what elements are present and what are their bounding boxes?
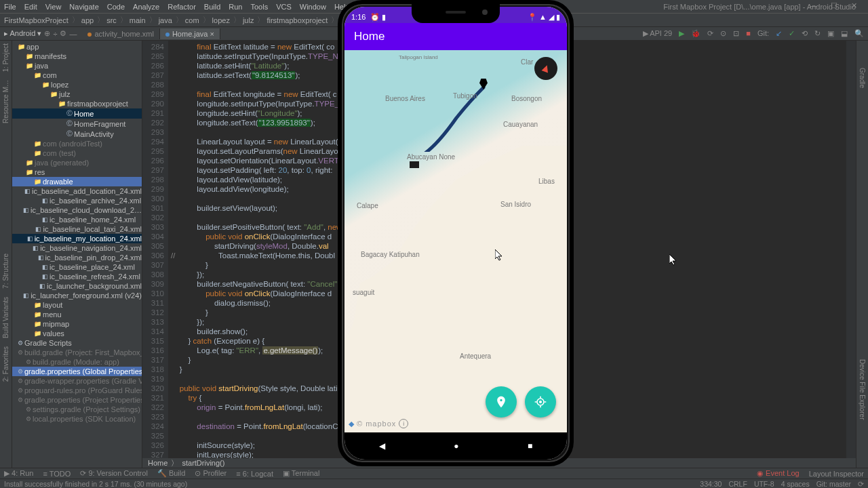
tree-item[interactable]: ◧ ic_baseline_pin_drop_24.xml [12, 253, 142, 262]
tree-item[interactable]: Ⓒ HomeFragment [12, 119, 142, 129]
vcs-revert-icon[interactable]: ↻ [814, 29, 821, 38]
debug-button[interactable]: 🐞 [691, 29, 701, 38]
window-maximize-icon[interactable]: ☐ [831, 1, 837, 10]
tree-item[interactable]: 📁 java [12, 61, 142, 70]
home-button[interactable]: ● [454, 441, 458, 451]
window-minimize-icon[interactable]: — [810, 1, 817, 10]
crumb[interactable]: app [81, 16, 94, 24]
tree-item[interactable]: 📁 com (test) [12, 148, 142, 158]
show-options-icon[interactable]: ÷ [53, 30, 57, 38]
device-file-explorer-button[interactable]: Device File Explorer [859, 359, 866, 420]
tree-item[interactable]: ⚙ Gradle Scripts [12, 338, 142, 348]
vcs-commit-icon[interactable]: ✓ [789, 29, 795, 38]
sync-icon[interactable]: ⟳ [858, 480, 864, 488]
tree-item[interactable]: ⚙ gradle.properties (Global Properties) [12, 367, 142, 376]
todo-tool-tab[interactable]: ≡ TODO [43, 470, 71, 478]
tree-item[interactable]: 📁 app [12, 42, 142, 52]
line-ending[interactable]: CRLF [728, 480, 747, 488]
tree-item[interactable]: ⚙ build.gradle (Module: app) [12, 357, 142, 367]
map-attribution[interactable]: ◆© mapbox i [349, 419, 408, 428]
device-selector[interactable]: ▶ API 29 [643, 29, 672, 38]
crumb[interactable]: java [159, 16, 172, 24]
menu-edit[interactable]: Edit [24, 3, 37, 11]
crumb[interactable]: firstmapboxproject [267, 16, 328, 24]
search-icon[interactable]: 🔍 [854, 29, 864, 38]
sdk-manager-icon[interactable]: ⬓ [841, 29, 848, 38]
tree-item[interactable]: 📁 java (generated) [12, 158, 142, 167]
encoding[interactable]: UTF-8 [754, 480, 774, 488]
tree-item[interactable]: 📁 res [12, 167, 142, 177]
my-location-fab[interactable] [525, 386, 556, 418]
tree-item[interactable]: ⚙ gradle.properties (Project Properties) [12, 395, 142, 405]
error-stripe[interactable] [846, 41, 856, 468]
vcs-tool-tab[interactable]: ⟳ 9: Version Control [80, 469, 148, 478]
tree-item[interactable]: ◧ ic_baseline_local_taxi_24.xml [12, 224, 142, 234]
compass-button[interactable] [534, 57, 557, 80]
tree-item[interactable]: 📁 com (androidTest) [12, 139, 142, 148]
crumb[interactable]: main [130, 16, 146, 24]
menu-analyze[interactable]: Analyze [133, 3, 159, 11]
origin-marker-icon[interactable] [410, 161, 419, 168]
menu-vcs[interactable]: VCS [276, 3, 292, 11]
tree-item[interactable]: 📁 drawable [12, 177, 142, 186]
menu-build[interactable]: Build [204, 3, 220, 11]
resource-manager-button[interactable]: Resource M… [2, 80, 9, 123]
drop-pin-fab[interactable] [486, 386, 517, 418]
tree-item[interactable]: ⚙ local.properties (SDK Location) [12, 414, 142, 424]
menu-run[interactable]: Run [229, 3, 242, 11]
crumb[interactable]: src [106, 16, 117, 24]
back-button[interactable]: ◀ [379, 441, 385, 451]
menu-navigate[interactable]: Navigate [69, 3, 98, 11]
menu-refactor[interactable]: Refactor [167, 3, 196, 11]
vcs-history-icon[interactable]: ⟲ [802, 29, 808, 38]
run-button[interactable]: ▶ [679, 29, 684, 38]
crumb[interactable]: lopez [212, 16, 230, 24]
tree-item[interactable]: ◧ ic_baseline_add_location_24.xml [12, 186, 142, 196]
crumb[interactable]: julz [243, 16, 254, 24]
tree-item[interactable]: ◧ ic_baseline_place_24.xml [12, 262, 142, 272]
settings-icon[interactable]: ⚙ [60, 29, 66, 38]
tree-item[interactable]: 📁 menu [12, 310, 142, 319]
recents-button[interactable]: ■ [528, 441, 532, 451]
avd-manager-icon[interactable]: ▣ [827, 29, 834, 38]
emulator-window[interactable]: 1:16 ⏰ ▮ 📍 ▲ ◢ ▮ Home ClarTalipogan Isla… [338, 0, 574, 466]
project-tree[interactable]: 📁 app📁 manifests📁 java📁 com📁 lopez📁 julz… [12, 41, 142, 468]
run-tool-tab[interactable]: ▶ 4: Run [4, 469, 33, 478]
tree-item[interactable]: 📁 mipmap [12, 319, 142, 329]
tree-item[interactable]: ◧ ic_baseline_refresh_24.xml [12, 272, 142, 281]
stop-button[interactable]: ■ [746, 29, 751, 38]
menu-tools[interactable]: Tools [250, 3, 268, 11]
tree-item[interactable]: ⚙ proguard-rules.pro (ProGuard Rules fo… [12, 386, 142, 395]
apply-changes-icon[interactable]: ⟳ [707, 29, 713, 38]
tree-item[interactable]: ◧ ic_baseline_home_24.xml [12, 215, 142, 224]
menu-view[interactable]: View [45, 3, 62, 11]
project-view-selector[interactable]: ▸ Android ▾ [4, 29, 41, 38]
tree-item[interactable]: 📁 julz [12, 89, 142, 99]
indent[interactable]: 4 spaces [781, 480, 810, 488]
collapse-icon[interactable]: ⊕ [44, 29, 50, 38]
tree-item[interactable]: ◧ ic_launcher_background.xml [12, 281, 142, 291]
tree-item[interactable]: 📁 values [12, 329, 142, 338]
profile-icon[interactable]: ⊙ [720, 29, 726, 38]
event-log-tab[interactable]: ◉ Event Log [757, 469, 800, 478]
map-view[interactable]: ClarTalipogan IslandBuenos AiresTubigonB… [344, 50, 567, 432]
tab-home-java[interactable]: Home.java × [160, 28, 220, 39]
favorites-button[interactable]: 2: Favorites [2, 346, 9, 382]
tree-item[interactable]: Ⓒ MainActivity [12, 129, 142, 139]
tree-item[interactable]: 📁 layout [12, 300, 142, 310]
menu-code[interactable]: Code [107, 3, 125, 11]
project-tool-button[interactable]: 1: Project [2, 43, 9, 72]
layout-inspector-tab[interactable]: Layout Inspector [809, 470, 864, 478]
structure-tool-button[interactable]: 7: Structure [2, 253, 9, 289]
logcat-tool-tab[interactable]: ≡ 6: Logcat [236, 470, 273, 478]
tree-item[interactable]: ⚙ settings.gradle (Project Settings) [12, 405, 142, 414]
crumb[interactable]: FirstMapboxProject [4, 16, 68, 24]
tree-item[interactable]: ◧ ic_baseline_navigation_24.xml [12, 243, 142, 253]
tree-item[interactable]: ⚙ gradle-wrapper.properties (Gradle Ver… [12, 376, 142, 386]
hide-icon[interactable]: — [69, 30, 77, 38]
crumb[interactable]: com [185, 16, 199, 24]
tree-item[interactable]: ◧ ic_baseline_my_location_24.xml [12, 234, 142, 243]
gradle-tool-button[interactable]: Gradle [859, 68, 866, 88]
tree-item[interactable]: ◧ ic_baseline_cloud_download_2… [12, 205, 142, 215]
menu-window[interactable]: Window [300, 3, 326, 11]
